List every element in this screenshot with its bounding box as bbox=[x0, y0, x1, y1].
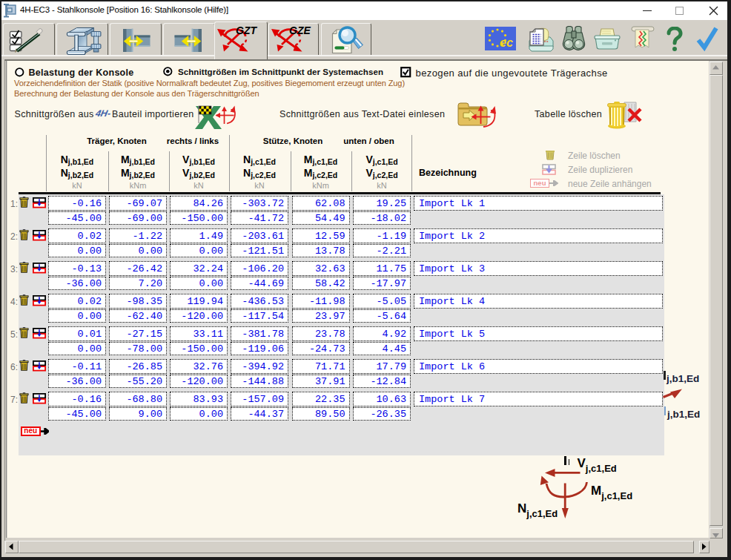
svg-text:GZT: GZT bbox=[236, 24, 257, 36]
svg-text:GZE: GZE bbox=[289, 24, 311, 36]
svg-text:ec: ec bbox=[500, 36, 513, 49]
